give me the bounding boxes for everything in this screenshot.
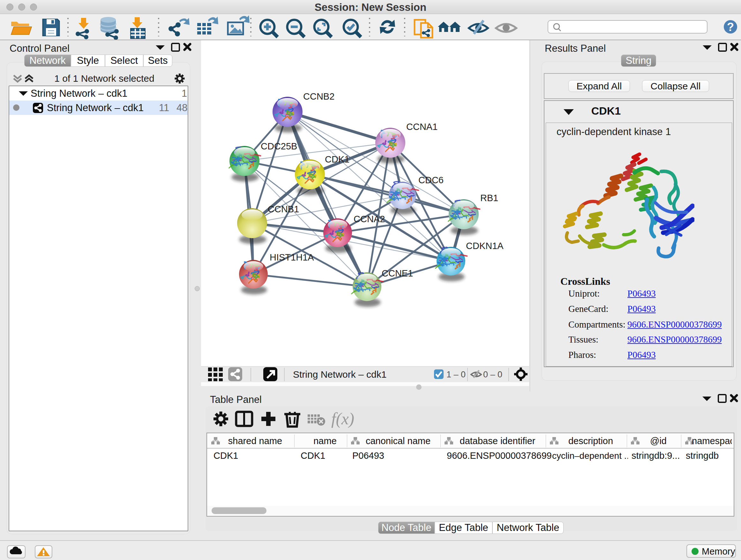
svg-text:CCNB2: CCNB2 <box>303 91 334 102</box>
svg-text:HIST1H1A: HIST1H1A <box>270 252 314 262</box>
svg-text:CDC25B: CDC25B <box>261 141 297 151</box>
svg-text:CCNE1: CCNE1 <box>382 268 413 278</box>
svg-text:1 – 0: 1 – 0 <box>447 370 466 379</box>
svg-text:RB1: RB1 <box>480 193 498 203</box>
svg-text:?: ? <box>727 20 734 34</box>
svg-text:0 – 0: 0 – 0 <box>483 370 502 379</box>
svg-text:CCNB1: CCNB1 <box>268 204 299 214</box>
svg-text:CCNA2: CCNA2 <box>354 214 385 224</box>
svg-text:CCNA1: CCNA1 <box>406 122 437 132</box>
svg-text:CDK1: CDK1 <box>325 154 349 165</box>
svg-text:String Network – cdk1: String Network – cdk1 <box>293 369 387 380</box>
svg-text:CDKN1A: CDKN1A <box>466 241 503 251</box>
svg-text:CDC6: CDC6 <box>418 175 444 185</box>
svg-text:f(x): f(x) <box>331 410 354 428</box>
